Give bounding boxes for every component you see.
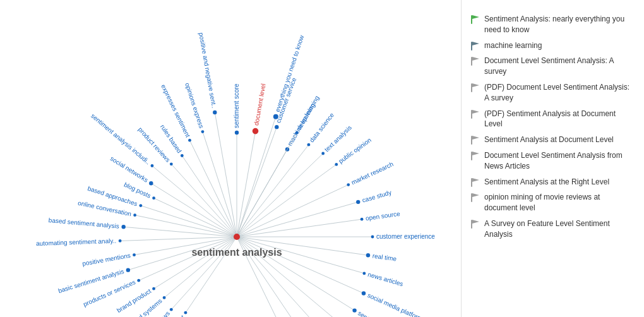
headline-icon [470,193,480,202]
svg-marker-11 [472,136,479,140]
headline-item[interactable]: (PDF) Sentiment Analysis at Document Lev… [470,109,635,130]
headline-item[interactable]: Sentiment Analysis at Document Level [470,135,635,145]
svg-rect-0 [471,15,472,24]
radial-diagram [0,0,461,317]
headline-icon [470,83,480,92]
headline-text: (PDF) Sentiment Analysis at Document Lev… [484,109,635,130]
svg-marker-13 [472,152,479,155]
headline-icon [470,178,480,187]
headlines-list: Sentiment Analysis: nearly everything yo… [470,14,635,240]
svg-rect-12 [471,152,472,160]
svg-rect-16 [471,193,472,202]
headline-icon [470,57,480,66]
headline-icon [470,152,480,160]
headline-icon [470,136,480,145]
svg-marker-15 [472,178,479,182]
svg-marker-1 [472,15,479,19]
svg-marker-7 [472,83,479,87]
headline-item[interactable]: Sentiment Analysis at the Right Level [470,177,635,188]
headline-item[interactable]: machine learning [470,40,635,51]
headline-item[interactable]: Sentiment Analysis: nearly everything yo… [470,14,635,35]
svg-rect-2 [471,42,472,51]
svg-marker-19 [472,220,479,224]
svg-marker-9 [472,110,479,114]
svg-rect-4 [471,57,472,66]
headline-icon [470,110,480,119]
headline-text: Document Level Sentiment Analysis from N… [484,150,635,172]
svg-rect-8 [471,110,472,119]
svg-rect-10 [471,136,472,145]
headline-icon [470,220,480,229]
headline-text: Sentiment Analysis at Document Level [484,135,614,145]
headline-text: Sentiment Analysis at the Right Level [484,177,609,188]
headline-text: opinion mining of movie reviews at docum… [484,192,635,213]
headlines-panel: Sentiment Analysis: nearly everything yo… [461,0,644,317]
headline-text: Sentiment Analysis: nearly everything yo… [484,14,635,35]
headline-text: (PDF) Document Level Sentiment Analysis:… [484,82,635,104]
svg-rect-6 [471,83,472,92]
svg-marker-5 [472,57,479,61]
svg-rect-14 [471,178,472,187]
svg-rect-18 [471,220,472,229]
headline-item[interactable]: opinion mining of movie reviews at docum… [470,192,635,213]
headline-item[interactable]: (PDF) Document Level Sentiment Analysis:… [470,82,635,104]
svg-marker-17 [472,193,479,197]
svg-marker-3 [472,42,479,45]
headline-item[interactable]: Document Level Sentiment Analysis: A sur… [470,56,635,77]
headline-icon [470,42,480,51]
headline-text: machine learning [484,40,542,51]
headline-text: A Survey on Feature Level Sentiment Anal… [484,218,635,240]
headline-item[interactable]: A Survey on Feature Level Sentiment Anal… [470,218,635,240]
headline-text: Document Level Sentiment Analysis: A sur… [484,56,635,77]
headline-icon [470,15,480,24]
headline-item[interactable]: Document Level Sentiment Analysis from N… [470,150,635,172]
